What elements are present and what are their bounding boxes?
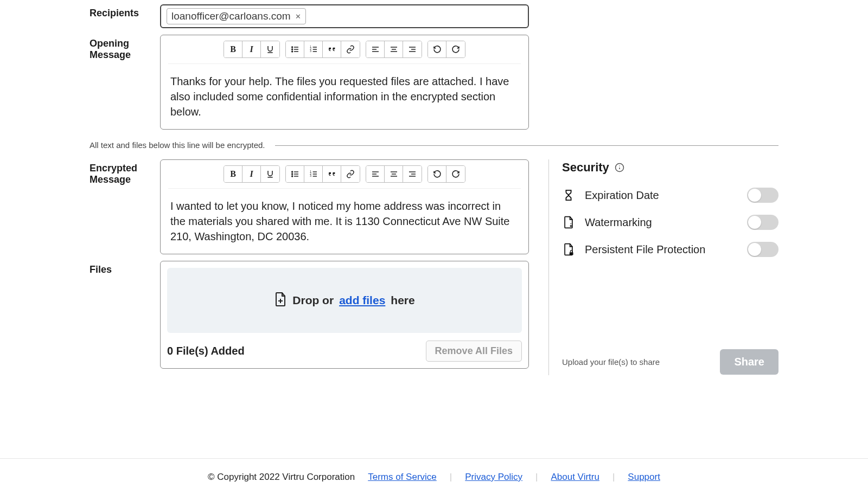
security-option-expiration: Expiration Date <box>562 188 778 203</box>
undo-button[interactable] <box>428 41 446 57</box>
remove-recipient-icon[interactable]: ✕ <box>295 12 301 21</box>
opening-message-textarea[interactable]: Thanks for your help. The files you requ… <box>168 64 521 119</box>
link-button[interactable] <box>341 166 360 182</box>
svg-text:3: 3 <box>310 50 311 53</box>
files-label: Files <box>90 261 149 275</box>
align-right-button[interactable] <box>403 166 422 182</box>
encrypted-toolbar: B I <box>168 165 521 189</box>
bullet-list-button[interactable] <box>286 166 304 182</box>
underline-button[interactable] <box>261 41 279 57</box>
recipient-chip: loanofficer@carloans.com ✕ <box>167 8 306 24</box>
bullet-list-button[interactable] <box>286 41 304 57</box>
footer: © Copyright 2022 Virtru Corporation Term… <box>0 458 868 483</box>
footer-link-privacy[interactable]: Privacy Policy <box>465 472 522 483</box>
file-drop-zone[interactable]: Drop or add files here <box>167 268 522 333</box>
add-files-link[interactable]: add files <box>339 294 385 307</box>
link-button[interactable] <box>341 41 360 57</box>
footer-link-about[interactable]: About Virtru <box>551 472 599 483</box>
drop-text-post: here <box>391 294 414 307</box>
share-row: Upload your file(s) to share Share <box>562 349 778 375</box>
align-left-button[interactable] <box>366 41 385 57</box>
footer-link-tos[interactable]: Terms of Service <box>368 472 437 483</box>
toggle-pfp[interactable] <box>747 242 778 257</box>
encrypt-divider: All text and files below this line will … <box>90 140 778 150</box>
vertical-divider <box>548 159 549 375</box>
security-label-pfp: Persistent File Protection <box>585 243 737 256</box>
svg-point-4 <box>291 47 292 48</box>
svg-point-49 <box>570 225 572 227</box>
file-add-icon <box>274 292 287 310</box>
encrypted-message-row: Encrypted Message B I <box>90 159 529 254</box>
undo-button[interactable] <box>428 166 446 182</box>
drop-text-pre: Drop or <box>292 294 334 307</box>
protected-file-icon <box>562 243 575 256</box>
align-center-button[interactable] <box>385 41 403 57</box>
numbered-list-button[interactable]: 123 <box>304 166 323 182</box>
encrypt-divider-line <box>275 145 779 146</box>
security-heading: Security <box>562 160 609 175</box>
svg-point-28 <box>291 176 292 177</box>
svg-text:3: 3 <box>310 175 311 177</box>
recipients-label: Recipients <box>90 4 149 19</box>
encrypted-message-editor: B I <box>160 159 529 254</box>
redo-button[interactable] <box>446 41 465 57</box>
numbered-list-button[interactable]: 123 <box>304 41 323 57</box>
italic-button[interactable]: I <box>242 166 261 182</box>
svg-point-6 <box>291 51 292 52</box>
bold-button[interactable]: B <box>224 41 242 57</box>
security-option-watermark: Watermarking <box>562 215 778 230</box>
files-box: Drop or add files here 0 File(s) Added R… <box>160 261 529 369</box>
share-hint: Upload your file(s) to share <box>562 357 660 367</box>
footer-copyright: © Copyright 2022 Virtru Corporation <box>208 472 355 483</box>
svg-point-48 <box>619 165 620 166</box>
recipients-input-box[interactable]: loanofficer@carloans.com ✕ <box>160 4 529 28</box>
files-row: Files Drop or add files here <box>90 261 529 369</box>
security-label-expiration: Expiration Date <box>585 189 737 202</box>
align-center-button[interactable] <box>385 166 403 182</box>
toggle-watermark[interactable] <box>747 215 778 230</box>
encrypted-message-label: Encrypted Message <box>90 159 149 185</box>
svg-point-5 <box>291 49 292 50</box>
underline-button[interactable] <box>261 166 279 182</box>
align-left-button[interactable] <box>366 166 385 182</box>
svg-rect-51 <box>570 252 573 255</box>
svg-point-27 <box>291 174 292 175</box>
watermark-file-icon <box>562 216 575 229</box>
security-option-pfp: Persistent File Protection <box>562 242 778 257</box>
opening-message-editor: B I 123 <box>160 35 529 130</box>
bold-button[interactable]: B <box>224 166 242 182</box>
svg-point-50 <box>570 223 571 224</box>
opening-toolbar: B I 123 <box>168 41 521 64</box>
main-content: Recipients loanofficer@carloans.com ✕ Op… <box>52 0 816 375</box>
svg-point-26 <box>291 171 292 172</box>
recipient-email: loanofficer@carloans.com <box>171 10 291 22</box>
recipients-row: Recipients loanofficer@carloans.com ✕ <box>90 4 778 28</box>
remove-all-files-button[interactable]: Remove All Files <box>426 341 522 362</box>
redo-button[interactable] <box>446 166 465 182</box>
italic-button[interactable]: I <box>242 41 261 57</box>
security-label-watermark: Watermarking <box>585 216 737 229</box>
opening-message-row: Opening Message B I <box>90 35 778 130</box>
share-button[interactable]: Share <box>720 349 778 375</box>
hourglass-icon <box>562 189 575 201</box>
page-root: Recipients loanofficer@carloans.com ✕ Op… <box>0 0 868 488</box>
quote-button[interactable] <box>323 41 341 57</box>
info-icon[interactable] <box>615 163 624 172</box>
security-panel: Security Expiration Date W <box>562 159 778 375</box>
encrypted-message-textarea[interactable]: I wanted to let you know, I noticed my h… <box>168 189 521 244</box>
footer-link-support[interactable]: Support <box>628 472 660 483</box>
toggle-expiration[interactable] <box>747 188 778 203</box>
encrypt-divider-text: All text and files below this line will … <box>90 140 265 150</box>
align-right-button[interactable] <box>403 41 422 57</box>
quote-button[interactable] <box>323 166 341 182</box>
opening-message-label: Opening Message <box>90 35 149 61</box>
files-count: 0 File(s) Added <box>167 345 245 357</box>
